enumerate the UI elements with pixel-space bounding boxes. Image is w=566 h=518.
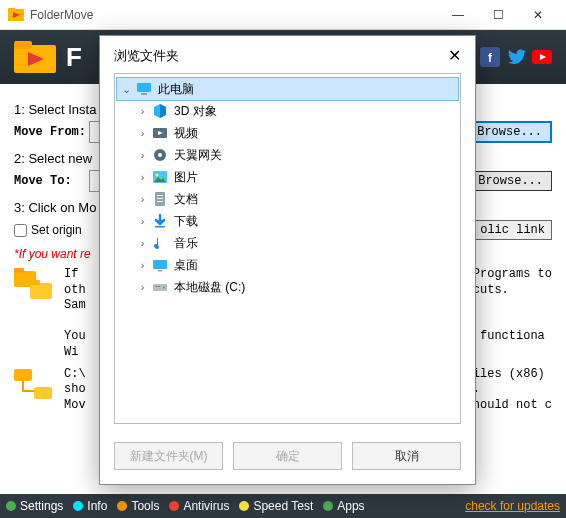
- status-settings[interactable]: Settings: [6, 499, 63, 513]
- disk-icon: [152, 279, 168, 295]
- folder-tree[interactable]: ⌄此电脑›3D 对象›视频›天翼网关›图片›文档›下载›音乐›桌面›本地磁盘 (…: [114, 73, 461, 424]
- svg-point-21: [158, 153, 162, 157]
- svg-rect-30: [153, 260, 167, 269]
- svg-rect-4: [14, 41, 32, 49]
- svg-point-23: [156, 174, 159, 177]
- tree-label: 此电脑: [158, 81, 194, 98]
- folders-icon: [14, 267, 54, 303]
- pic-icon: [152, 169, 168, 185]
- tree-label: 桌面: [174, 257, 198, 274]
- video-icon: [152, 125, 168, 141]
- expand-icon[interactable]: ›: [137, 237, 148, 249]
- check-updates-link[interactable]: check for updates: [465, 499, 560, 513]
- symlink-button[interactable]: olic link: [473, 220, 552, 240]
- svg-rect-27: [157, 201, 163, 202]
- expand-icon[interactable]: ›: [137, 127, 148, 139]
- tree-label: 音乐: [174, 235, 198, 252]
- expand-icon[interactable]: ›: [137, 171, 148, 183]
- tree-label: 下载: [174, 213, 198, 230]
- tree-item[interactable]: ›视频: [117, 122, 458, 144]
- move-from-label: Move From:: [14, 125, 89, 139]
- facebook-icon[interactable]: f: [480, 47, 500, 67]
- status-speed-test[interactable]: Speed Test: [239, 499, 313, 513]
- pc-icon: [136, 81, 152, 97]
- svg-rect-26: [157, 198, 163, 199]
- folder-tree-icon: [14, 367, 54, 403]
- new-folder-button[interactable]: 新建文件夹(M): [114, 442, 223, 470]
- set-original-checkbox[interactable]: Set origin: [14, 223, 82, 237]
- tree-label: 文档: [174, 191, 198, 208]
- expand-icon[interactable]: ›: [137, 215, 148, 227]
- status-antivirus[interactable]: Antivirus: [169, 499, 229, 513]
- youtube-icon[interactable]: [532, 47, 552, 67]
- tree-label: 视频: [174, 125, 198, 142]
- social-icons: f: [480, 47, 552, 67]
- tree-label: 天翼网关: [174, 147, 222, 164]
- browse-folder-dialog: 浏览文件夹 ✕ ⌄此电脑›3D 对象›视频›天翼网关›图片›文档›下载›音乐›桌…: [99, 35, 476, 485]
- app-icon: [8, 7, 24, 23]
- music-icon: [152, 235, 168, 251]
- tree-item[interactable]: ›下载: [117, 210, 458, 232]
- titlebar: FolderMove — ☐ ✕: [0, 0, 566, 30]
- tree-item[interactable]: ›本地磁盘 (C:): [117, 276, 458, 298]
- down-icon: [152, 213, 168, 229]
- svg-rect-25: [157, 195, 163, 196]
- close-button[interactable]: ✕: [518, 1, 558, 29]
- expand-icon[interactable]: ›: [137, 149, 148, 161]
- svg-rect-1: [8, 8, 15, 11]
- cancel-button[interactable]: 取消: [352, 442, 461, 470]
- twitter-icon[interactable]: [506, 47, 526, 67]
- dialog-close-button[interactable]: ✕: [448, 46, 461, 65]
- tree-label: 本地磁盘 (C:): [174, 279, 245, 296]
- expand-icon[interactable]: ›: [137, 259, 148, 271]
- status-bar: SettingsInfoToolsAntivirusSpeed TestApps…: [0, 494, 566, 518]
- svg-rect-16: [137, 83, 151, 92]
- status-info[interactable]: Info: [73, 499, 107, 513]
- maximize-button[interactable]: ☐: [478, 1, 518, 29]
- svg-rect-28: [155, 226, 165, 228]
- browse-to-button[interactable]: Browse...: [469, 171, 552, 191]
- tree-item[interactable]: ›天翼网关: [117, 144, 458, 166]
- svg-rect-14: [14, 369, 32, 381]
- svg-point-33: [163, 287, 165, 289]
- svg-rect-17: [141, 93, 147, 95]
- svg-rect-31: [158, 270, 162, 272]
- ok-button[interactable]: 确定: [233, 442, 342, 470]
- expand-icon[interactable]: ›: [137, 193, 148, 205]
- banner-title: F: [66, 42, 82, 73]
- expand-icon[interactable]: ⌄: [121, 83, 132, 96]
- svg-rect-13: [30, 280, 40, 285]
- dialog-title: 浏览文件夹: [114, 47, 448, 65]
- tree-item[interactable]: ›文档: [117, 188, 458, 210]
- move-to-label: Move To:: [14, 174, 89, 188]
- svg-rect-34: [155, 286, 160, 287]
- expand-icon[interactable]: ›: [137, 281, 148, 293]
- status-tools[interactable]: Tools: [117, 499, 159, 513]
- tree-item[interactable]: ›音乐: [117, 232, 458, 254]
- tree-item[interactable]: ›3D 对象: [117, 100, 458, 122]
- doc-icon: [152, 191, 168, 207]
- browse-from-button[interactable]: Browse...: [467, 121, 552, 143]
- svg-rect-15: [34, 387, 52, 399]
- svg-point-29: [155, 245, 159, 249]
- tree-item[interactable]: ⌄此电脑: [117, 78, 458, 100]
- net-icon: [152, 147, 168, 163]
- banner-folder-icon: [14, 39, 56, 75]
- tree-item[interactable]: ›桌面: [117, 254, 458, 276]
- svg-rect-12: [30, 283, 52, 299]
- minimize-button[interactable]: —: [438, 1, 478, 29]
- tree-label: 图片: [174, 169, 198, 186]
- expand-icon[interactable]: ›: [137, 105, 148, 117]
- status-apps[interactable]: Apps: [323, 499, 364, 513]
- tree-label: 3D 对象: [174, 103, 217, 120]
- cube-icon: [152, 103, 168, 119]
- tree-item[interactable]: ›图片: [117, 166, 458, 188]
- window-title: FolderMove: [30, 8, 438, 22]
- svg-rect-11: [14, 268, 24, 273]
- desk-icon: [152, 257, 168, 273]
